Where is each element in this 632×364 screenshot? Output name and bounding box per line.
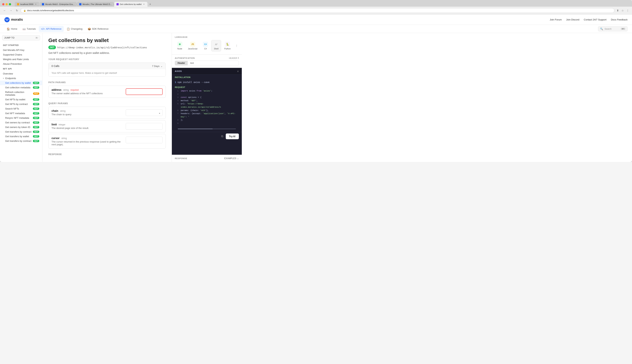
- page-title: Get collections by wallet: [48, 38, 166, 43]
- lang-csharp-button[interactable]: C# C#: [200, 40, 210, 52]
- moralis-logo-icon: [5, 17, 10, 22]
- code-content-5: url: 'https://deep-index.moralis.io/api/…: [181, 102, 239, 109]
- sidebar-item-search-nfts[interactable]: Search NFTs GET: [0, 106, 42, 111]
- browser-tab-2[interactable]: Moralis Web3 - Enterprise-Gra... ✕: [40, 2, 77, 7]
- examples-button[interactable]: EXAMPLES ⌄: [224, 157, 239, 160]
- search-bar[interactable]: 🔍 Search ⌘K: [598, 26, 627, 31]
- sidebar-item-get-nft-metadata[interactable]: Get NFT metadata GET: [0, 111, 42, 116]
- more-languages-button[interactable]: ⋮: [235, 44, 239, 48]
- sidebar-item-get-collection-metadata[interactable]: Get collection metadata GET: [0, 85, 42, 90]
- lang-javascript-button[interactable]: JS JavaScript: [185, 40, 200, 52]
- close-window-button[interactable]: [2, 3, 5, 5]
- auth-tab-test[interactable]: test: [188, 61, 196, 65]
- response-title: RESPONSE: [175, 157, 187, 160]
- nav-api-reference[interactable]: </> API Reference: [39, 26, 64, 32]
- minimize-window-button[interactable]: [6, 3, 8, 5]
- lang-shell-button[interactable]: // Shell: [211, 40, 221, 52]
- param-limit-input[interactable]: [126, 123, 163, 130]
- history-header: 0 Calls 7 Days ⌄: [49, 63, 166, 69]
- sidebar-item-get-transfers-by-contract-2[interactable]: Get transfers by contract GET: [0, 139, 42, 143]
- sidebar-item-get-transfers-by-wallet[interactable]: Get transfers by wallet GET: [0, 134, 42, 139]
- lang-python-button[interactable]: 🐍 Python: [222, 40, 233, 52]
- history-period[interactable]: 7 Days ⌄: [152, 65, 163, 68]
- lang-node-button[interactable]: Node: [175, 40, 185, 52]
- maximize-window-button[interactable]: [9, 3, 11, 5]
- bookmark-button[interactable]: ☆: [621, 8, 624, 13]
- sidebar-section-title-nft-api: NFT API: [3, 68, 39, 70]
- site-nav-right: Join Forum Join Discord Contact 24/7 Sup…: [550, 18, 627, 21]
- nav-tutorials[interactable]: 📖 Tutorials: [20, 26, 38, 32]
- nav-sdk-reference[interactable]: 📦 SDK Reference: [86, 26, 111, 32]
- sidebar-item-endpoints[interactable]: ▾ Endpoints: [0, 76, 42, 80]
- auth-header-text: HEADER: [229, 57, 237, 59]
- join-discord-link[interactable]: Join Discord: [566, 18, 579, 21]
- sidebar-item-weights-rate-limits[interactable]: Weights and Rate Limits: [0, 57, 42, 62]
- reload-button[interactable]: ↻: [15, 8, 19, 13]
- sidebar-item-get-owners-by-token-id[interactable]: Get owners by token ID GET: [0, 125, 42, 130]
- sidebar-badge-get-metadata: GET: [33, 86, 39, 89]
- more-button[interactable]: ⋮: [626, 8, 630, 13]
- new-tab-button[interactable]: +: [148, 2, 152, 7]
- browser-tab-3[interactable]: Moralis | The Ultimate Web3 D... ✕: [77, 2, 114, 7]
- browser-tab-4[interactable]: Get collections by wallet ✕: [114, 2, 147, 7]
- sidebar-item-refresh-collection-metadata[interactable]: Refresh collection metadata PUT: [0, 90, 42, 97]
- tab-close-2[interactable]: ✕: [76, 3, 77, 6]
- docs-feedback-link[interactable]: Docs Feedback: [611, 18, 627, 21]
- sidebar-item-get-transfers-by-contract[interactable]: Get transfers by contract GET: [0, 130, 42, 134]
- contact-support-link[interactable]: Contact 24/7 Support: [584, 18, 606, 21]
- line-number-6: 6: [175, 109, 178, 112]
- sidebar-item-abuse-prevention[interactable]: Abuse Prevention: [0, 62, 42, 66]
- code-content-8: };: [181, 118, 183, 122]
- endpoints-arrow-icon: ▾: [3, 77, 4, 79]
- code-scrollbar[interactable]: [178, 128, 236, 129]
- nav-home[interactable]: 🏠 Home: [5, 26, 20, 32]
- code-line-1: 1 import axios from 'axios';: [175, 90, 239, 93]
- auth-header-label: HEADER ℹ: [229, 57, 239, 59]
- code-collapse-button[interactable]: ∨: [237, 70, 239, 73]
- nav-changelog[interactable]: 📋 Changelog: [64, 26, 85, 32]
- line-number-2: 2: [175, 93, 178, 96]
- try-it-button[interactable]: Try It!: [226, 134, 239, 139]
- site-logo: moralis: [5, 17, 23, 22]
- site-logo-text: moralis: [11, 18, 23, 22]
- param-cursor-input[interactable]: [126, 137, 163, 143]
- browser-tab-1[interactable]: localhost:3000 ✕: [15, 2, 39, 7]
- param-chain-select[interactable]: ⌄: [126, 109, 163, 116]
- response-panel: RESPONSE EXAMPLES ⌄: [172, 155, 242, 162]
- auth-tab-header[interactable]: Header: [175, 61, 188, 65]
- sidebar-label-weights: Weights and Rate Limits: [3, 58, 29, 61]
- sidebar-item-get-owners-by-contract[interactable]: Get owners by contract GET: [0, 120, 42, 125]
- line-number-4: 4: [175, 99, 178, 102]
- sidebar-item-get-nfts-by-wallet[interactable]: Get NFTs by wallet GET: [0, 97, 42, 102]
- sidebar-item-get-collections-by-wallet[interactable]: Get collections by wallet GET: [0, 80, 42, 85]
- sidebar-label-owners-token: Get owners by token ID: [5, 126, 30, 128]
- history-calls-count: 0 Calls: [52, 64, 60, 68]
- code-content-4: method: 'GET',: [181, 99, 198, 102]
- tab-close-4[interactable]: ✕: [143, 3, 145, 6]
- language-title: LANGUAGE: [175, 36, 239, 38]
- code-scrollbar-thumb: [178, 128, 213, 129]
- param-address-input[interactable]: [126, 88, 163, 95]
- sidebar-section-get-started: GET STARTED: [0, 42, 42, 48]
- copy-code-button[interactable]: ⧉: [220, 134, 224, 139]
- sidebar-item-overview[interactable]: Overview: [0, 71, 42, 76]
- jump-to-control[interactable]: JUMP TO ⌘/: [2, 35, 40, 40]
- sidebar-item-get-nfts-by-contract[interactable]: Get NFTs by contract GET: [0, 102, 42, 106]
- code-framework-title: AXIOS: [175, 70, 182, 72]
- installation-title: INSTALLATION: [175, 76, 239, 78]
- sidebar-item-supported-chains[interactable]: Supported Chains: [0, 52, 42, 57]
- line-number-7: 7: [175, 112, 178, 118]
- tab-close-3[interactable]: ✕: [113, 3, 114, 6]
- tab-close-1[interactable]: ✕: [35, 3, 37, 6]
- shell-icon: //: [214, 42, 219, 47]
- code-line-8: 8 };: [175, 118, 239, 122]
- extensions-button[interactable]: ⬆: [616, 8, 620, 13]
- sidebar-item-resync-nft-metadata[interactable]: Resync NFT metadata GET: [0, 116, 42, 120]
- back-button[interactable]: ←: [2, 8, 7, 13]
- request-code-title: REQUEST: [175, 85, 239, 90]
- sidebar-item-get-moralis-api-key[interactable]: Get Moralis API Key: [0, 48, 42, 52]
- param-cursor: cursor string The cursor returned in the…: [48, 134, 166, 148]
- forward-button[interactable]: →: [9, 8, 13, 13]
- address-bar[interactable]: 🔒 docs.moralis.io/reference/getwalletnft…: [21, 8, 614, 13]
- join-forum-link[interactable]: Join Forum: [550, 18, 562, 21]
